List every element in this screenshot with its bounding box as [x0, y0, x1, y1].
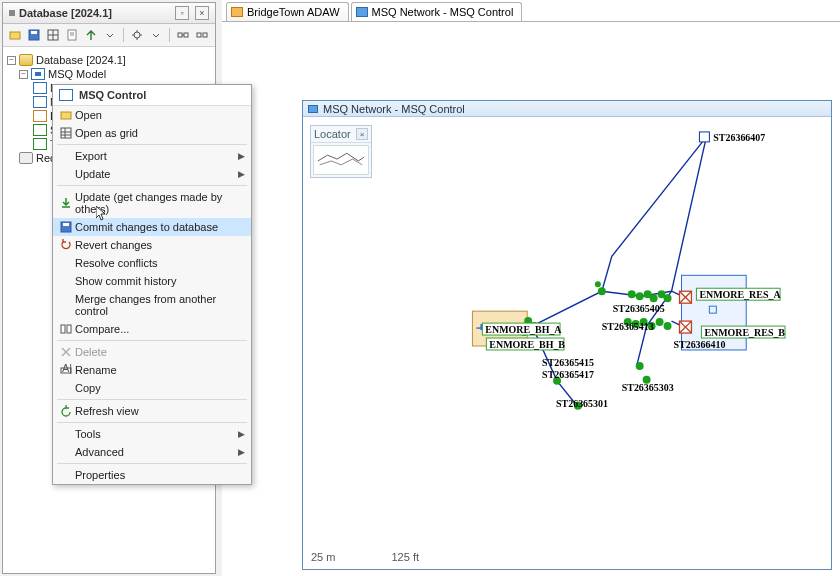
menu-item-label: Delete: [75, 346, 235, 358]
toolbar-separator: [169, 28, 170, 42]
toolbar-export-icon[interactable]: [83, 27, 99, 43]
network-canvas[interactable]: ST26366407 ENMORE_RES_A ENMORE_RES_B ST2…: [303, 117, 831, 569]
menu-item-label: Advanced: [75, 446, 235, 458]
item-icon: [33, 124, 47, 136]
node-label: ENMORE_BH_A: [485, 324, 562, 335]
menu-item-update-get-changes-made-by-others[interactable]: Update (get changes made by others): [53, 188, 251, 218]
scale-left: 25 m: [311, 551, 335, 563]
menu-item-label: Merge changes from another control: [75, 293, 235, 317]
menu-separator: [57, 422, 247, 423]
svg-point-45: [656, 318, 664, 326]
menu-item-revert-changes[interactable]: Revert changes: [53, 236, 251, 254]
svg-point-9: [134, 32, 140, 38]
panel-toolbar: [3, 24, 215, 47]
toolbar-grid-icon[interactable]: [45, 27, 61, 43]
menu-item-open[interactable]: Open: [53, 106, 251, 124]
panel-close-button[interactable]: ×: [195, 6, 209, 20]
menu-item-label: Refresh view: [75, 405, 235, 417]
svg-rect-2: [31, 31, 37, 34]
menu-item-merge-changes-from-another-control[interactable]: Merge changes from another control: [53, 290, 251, 320]
menu-separator: [57, 399, 247, 400]
collapse-icon[interactable]: −: [7, 56, 16, 65]
svg-point-38: [650, 294, 658, 302]
pull-icon: [57, 197, 75, 209]
menu-item-open-as-grid[interactable]: Open as grid: [53, 124, 251, 142]
svg-point-46: [664, 322, 672, 330]
menu-item-advanced[interactable]: Advanced▶: [53, 443, 251, 461]
toolbar-dropdown-icon[interactable]: [102, 27, 118, 43]
collapse-icon[interactable]: −: [19, 70, 28, 79]
submenu-arrow-icon: ▶: [235, 447, 245, 457]
menu-item-label: Tools: [75, 428, 235, 440]
network-window: MSQ Network - MSQ Control Locator ×: [302, 100, 832, 570]
tree-model[interactable]: − MSQ Model: [7, 67, 211, 81]
menu-item-update[interactable]: Update▶: [53, 165, 251, 183]
node-label: ST26365417: [542, 369, 594, 380]
submenu-arrow-icon: ▶: [235, 169, 245, 179]
tab-msq-network[interactable]: MSQ Network - MSQ Control: [351, 2, 523, 21]
svg-rect-29: [699, 132, 709, 142]
menu-item-label: Open as grid: [75, 127, 235, 139]
menu-item-label: Update (get changes made by others): [75, 191, 235, 215]
delete-icon: [57, 346, 75, 358]
node-label: ST26365405: [613, 303, 665, 314]
tab-label: MSQ Network - MSQ Control: [372, 6, 514, 18]
toolbar-link-icon[interactable]: [175, 27, 191, 43]
menu-separator: [57, 340, 247, 341]
model-icon: [31, 68, 45, 80]
recycle-bin-icon: [19, 152, 33, 164]
submenu-arrow-icon: ▶: [235, 429, 245, 439]
canvas-area: MSQ Network - MSQ Control Locator ×: [222, 22, 840, 576]
menu-item-copy[interactable]: Copy: [53, 379, 251, 397]
menu-separator: [57, 144, 247, 145]
reservoir-b[interactable]: [680, 321, 692, 333]
menu-item-properties[interactable]: Properties: [53, 466, 251, 484]
svg-rect-13: [197, 33, 201, 37]
svg-rect-24: [67, 325, 71, 333]
menu-item-export[interactable]: Export▶: [53, 147, 251, 165]
window-titlebar[interactable]: MSQ Network - MSQ Control: [303, 101, 831, 117]
toolbar-dropdown2-icon[interactable]: [148, 27, 164, 43]
commit-icon: [57, 221, 75, 233]
panel-dock-button[interactable]: ▫: [175, 6, 189, 20]
document-icon: [356, 7, 368, 17]
toolbar-save-icon[interactable]: [26, 27, 42, 43]
svg-rect-14: [203, 33, 207, 37]
menu-separator: [57, 463, 247, 464]
node-label: ENMORE_BH_B: [489, 339, 565, 350]
menu-item-commit-changes-to-database[interactable]: Commit changes to database: [53, 218, 251, 236]
menu-item-label: Export: [75, 150, 235, 162]
menu-item-tools[interactable]: Tools▶: [53, 425, 251, 443]
toolbar-unlink-icon[interactable]: [194, 27, 210, 43]
menu-item-compare[interactable]: Compare...: [53, 320, 251, 338]
menu-item-label: Copy: [75, 382, 235, 394]
toolbar-separator: [123, 28, 124, 42]
grid-icon: [57, 127, 75, 139]
svg-point-47: [598, 287, 606, 295]
menu-item-label: Open: [75, 109, 235, 121]
svg-point-35: [628, 290, 636, 298]
menu-item-show-commit-history[interactable]: Show commit history: [53, 272, 251, 290]
menu-item-rename[interactable]: A|Rename: [53, 361, 251, 379]
tree-root[interactable]: − Database [2024.1]: [7, 53, 211, 67]
node-label: ST26365413: [602, 321, 654, 332]
tree-label: MSQ Model: [48, 68, 106, 80]
database-icon: [19, 54, 33, 66]
revert-icon: [57, 239, 75, 251]
menu-item-resolve-conflicts[interactable]: Resolve conflicts: [53, 254, 251, 272]
toolbar-open-icon[interactable]: [7, 27, 23, 43]
svg-rect-22: [63, 223, 69, 226]
reservoir-a[interactable]: [680, 291, 692, 303]
item-icon: [33, 138, 47, 150]
window-title: MSQ Network - MSQ Control: [323, 103, 465, 115]
toolbar-tools-icon[interactable]: [129, 27, 145, 43]
tab-bridgetown[interactable]: BridgeTown ADAW: [226, 2, 349, 21]
svg-rect-10: [178, 33, 182, 37]
scale-right: 125 ft: [391, 551, 419, 563]
refresh-icon: [57, 405, 75, 417]
menu-item-label: Revert changes: [75, 239, 235, 251]
menu-item-refresh-view[interactable]: Refresh view: [53, 402, 251, 420]
toolbar-task-icon[interactable]: [64, 27, 80, 43]
node-label: ST26365415: [542, 357, 594, 368]
node-label: ST26365301: [556, 398, 608, 409]
